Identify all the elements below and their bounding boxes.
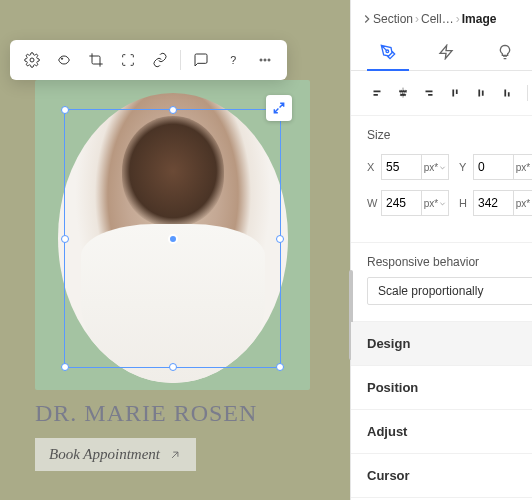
help-icon[interactable]: ?	[219, 46, 247, 74]
h-input[interactable]	[473, 190, 513, 216]
align-right-icon[interactable]	[419, 83, 439, 103]
breadcrumb: Section › Cell… › Image	[351, 8, 532, 36]
collapse-panel-icon[interactable]	[360, 12, 374, 29]
resize-handle[interactable]	[169, 363, 177, 371]
svg-point-4	[264, 59, 266, 61]
resize-handle[interactable]	[276, 363, 284, 371]
resize-handle[interactable]	[61, 363, 69, 371]
align-vcenter-icon[interactable]	[471, 83, 491, 103]
y-input[interactable]	[473, 154, 513, 180]
align-top-icon[interactable]	[445, 83, 465, 103]
focal-icon[interactable]	[114, 46, 142, 74]
size-label: Size	[367, 128, 390, 142]
animation-icon[interactable]	[50, 46, 78, 74]
link-icon[interactable]	[146, 46, 174, 74]
book-appointment-button[interactable]: Book Appointment	[35, 438, 196, 471]
responsive-select[interactable]: Scale proportionally	[367, 277, 532, 305]
x-input[interactable]	[381, 154, 421, 180]
responsive-section: Responsive behavior Scale proportionally	[351, 243, 532, 322]
tab-lightning-icon[interactable]	[421, 36, 471, 70]
svg-text:?: ?	[230, 54, 236, 66]
w-unit-button[interactable]: px*	[421, 190, 449, 216]
align-left-icon[interactable]	[367, 83, 387, 103]
more-icon[interactable]	[251, 46, 279, 74]
y-label: Y	[459, 161, 473, 173]
x-unit-button[interactable]: px*	[421, 154, 449, 180]
breadcrumb-item[interactable]: Section	[373, 12, 413, 26]
x-label: X	[367, 161, 381, 173]
w-input[interactable]	[381, 190, 421, 216]
resize-handle[interactable]	[61, 235, 69, 243]
accordion-adjust[interactable]: Adjust ▸	[351, 410, 532, 454]
accordion-position[interactable]: Position ▸	[351, 366, 532, 410]
inspector-panel: Section › Cell… › Image	[350, 0, 532, 500]
settings-icon[interactable]	[18, 46, 46, 74]
svg-point-5	[268, 59, 270, 61]
y-unit-button[interactable]: px*	[513, 154, 532, 180]
inspector-tabs	[351, 36, 532, 71]
w-label: W	[367, 197, 381, 209]
selection-box[interactable]	[64, 109, 281, 368]
alignment-row	[351, 71, 532, 116]
h-label: H	[459, 197, 473, 209]
svg-point-6	[386, 50, 389, 53]
tab-design-icon[interactable]	[363, 36, 413, 70]
responsive-label: Responsive behavior	[367, 255, 532, 269]
svg-point-0	[30, 58, 34, 62]
resize-handle[interactable]	[276, 235, 284, 243]
center-handle[interactable]	[168, 234, 178, 244]
crop-icon[interactable]	[82, 46, 110, 74]
comment-icon[interactable]	[187, 46, 215, 74]
button-label: Book Appointment	[49, 446, 160, 463]
breadcrumb-item[interactable]: Cell…	[421, 12, 454, 26]
breadcrumb-item[interactable]: Image	[462, 12, 497, 26]
canvas-area[interactable]: ? DR. MARIE ROSEN Book Appointment	[0, 0, 350, 500]
svg-point-1	[61, 58, 62, 59]
resize-handle[interactable]	[169, 106, 177, 114]
accordion-design[interactable]: Design	[351, 322, 532, 366]
floating-toolbar: ?	[10, 40, 287, 80]
align-hcenter-icon[interactable]	[393, 83, 413, 103]
h-unit-button[interactable]: px*	[513, 190, 532, 216]
heading-text[interactable]: DR. MARIE ROSEN	[35, 400, 257, 427]
arrow-icon	[168, 448, 182, 462]
size-section: Size ⋯ X px* Y px*	[351, 116, 532, 243]
align-bottom-icon[interactable]	[497, 83, 517, 103]
expand-icon[interactable]	[266, 95, 292, 121]
tab-bulb-icon[interactable]	[480, 36, 530, 70]
accordion-cursor[interactable]: Cursor ▸	[351, 454, 532, 498]
resize-handle[interactable]	[61, 106, 69, 114]
svg-point-3	[260, 59, 262, 61]
